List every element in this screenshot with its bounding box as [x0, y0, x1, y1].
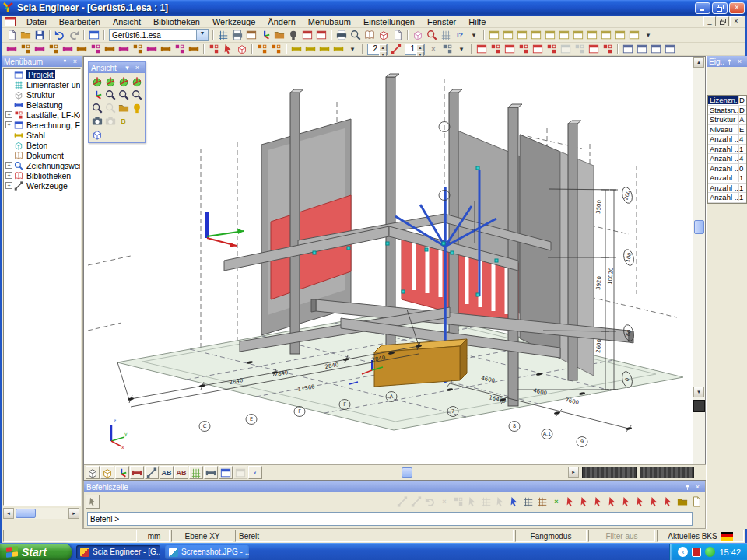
bks-settings[interactable]: B: [117, 114, 130, 128]
scale-beam[interactable]: [61, 43, 75, 55]
node-marker[interactable]: [476, 293, 479, 296]
snap-list[interactable]: [689, 495, 703, 508]
view-flag-1[interactable]: [487, 29, 501, 41]
palette-dropdown-icon[interactable]: ▾: [122, 64, 132, 72]
menu-fenster[interactable]: Fenster: [421, 16, 462, 27]
scrollbar-thumb[interactable]: [694, 220, 704, 234]
expand-icon[interactable]: +: [5, 182, 12, 189]
center-beam[interactable]: [173, 43, 187, 55]
view-flags-arrow[interactable]: ▾: [641, 29, 655, 41]
snap-extend[interactable]: [493, 495, 507, 508]
property-row[interactable]: Staatsn...D: [708, 106, 746, 116]
point-grid[interactable]: [439, 29, 453, 41]
trim-beam[interactable]: [117, 43, 131, 55]
restore-button[interactable]: [712, 2, 728, 14]
save-project[interactable]: [33, 29, 47, 41]
mdi-restore-button[interactable]: [717, 16, 729, 26]
minimize-button[interactable]: [695, 2, 710, 14]
copy-beam[interactable]: [19, 43, 33, 55]
tray-chevron-icon[interactable]: ‹: [678, 547, 688, 557]
scale-spinner[interactable]: 2 ▲▼: [367, 44, 388, 55]
property-row[interactable]: Anzahl ...1: [708, 193, 746, 203]
support-rotation[interactable]: [517, 43, 531, 55]
show-loads[interactable]: [130, 466, 144, 479]
select-cursor-5[interactable]: [619, 495, 633, 508]
zoom-influence[interactable]: [425, 29, 439, 41]
cursor-snap-settings[interactable]: [507, 495, 521, 508]
expand-icon[interactable]: +: [5, 111, 12, 118]
snap-perp[interactable]: [479, 495, 493, 508]
window-new[interactable]: [621, 43, 635, 55]
support-hinged[interactable]: [489, 43, 503, 55]
scroll-up-button[interactable]: ▴: [693, 57, 704, 68]
view-x[interactable]: [90, 75, 103, 88]
scroll-next-button[interactable]: ▸: [568, 467, 579, 478]
reverse-beam[interactable]: [47, 43, 61, 55]
activity-manager[interactable]: [244, 29, 258, 41]
view-palette-header[interactable]: Ansicht ▾ ×: [89, 62, 145, 73]
hinge-tool[interactable]: [235, 43, 249, 55]
node-marker[interactable]: [313, 251, 316, 254]
member-tools-arrow[interactable]: ▾: [345, 43, 359, 55]
weld-b[interactable]: [303, 43, 317, 55]
redo[interactable]: [67, 29, 81, 41]
node-marker[interactable]: [495, 259, 498, 262]
pin-icon[interactable]: [682, 483, 693, 492]
pin-icon[interactable]: [724, 58, 735, 66]
document-gallery[interactable]: [314, 29, 328, 41]
undo[interactable]: [53, 29, 67, 41]
render-window-2[interactable]: [233, 466, 247, 479]
plate-rib[interactable]: [331, 43, 345, 55]
select-cursor-4[interactable]: [605, 495, 619, 508]
select-connect[interactable]: [221, 43, 235, 55]
section-view[interactable]: [204, 466, 218, 479]
combobox-dropdown-arrow[interactable]: ▾: [196, 30, 208, 40]
tree-item-stahl[interactable]: Stahl: [4, 130, 80, 140]
property-row[interactable]: Lizenzn...D: [708, 96, 746, 106]
property-row[interactable]: Anzahl ...1: [708, 173, 746, 184]
extend-beam[interactable]: [131, 43, 145, 55]
view-flag-4[interactable]: [529, 29, 543, 41]
light-settings[interactable]: [130, 101, 143, 114]
menu-ndern[interactable]: Ändern: [261, 16, 301, 27]
window-cascade[interactable]: [635, 43, 649, 55]
close-panel-icon[interactable]: ×: [693, 483, 703, 492]
taskbar-task-1[interactable]: Scia Engineer - [G...: [76, 545, 160, 559]
render-window[interactable]: [219, 466, 233, 479]
show-mesh[interactable]: [189, 466, 203, 479]
section-cut[interactable]: [440, 43, 454, 55]
view-flag-6[interactable]: [557, 29, 571, 41]
select-cursor-6[interactable]: [633, 495, 647, 508]
close-button[interactable]: ×: [729, 2, 745, 14]
render-sphere[interactable]: [286, 29, 300, 41]
command-input[interactable]: Befehl >: [87, 512, 693, 526]
new-page[interactable]: [391, 29, 405, 41]
expand-icon[interactable]: +: [5, 172, 12, 179]
cut-beam[interactable]: [103, 43, 117, 55]
project-manager[interactable]: [87, 29, 101, 41]
tree-item-bibliotheken[interactable]: +Bibliotheken: [4, 170, 80, 180]
window-close[interactable]: [663, 43, 677, 55]
view-parameters-2[interactable]: [103, 114, 117, 128]
link-nodes[interactable]: [255, 43, 269, 55]
snap-arc[interactable]: [423, 495, 437, 508]
open-project[interactable]: [19, 29, 33, 41]
status-ucs[interactable]: Aktuelles BKS: [657, 530, 744, 542]
property-row[interactable]: Anzahl ...4: [708, 135, 746, 145]
scroll-right-button[interactable]: ▸: [68, 508, 79, 519]
snap-intersection[interactable]: ×: [549, 495, 563, 508]
spinner-arrows[interactable]: ▲▼: [416, 44, 424, 54]
align-beams[interactable]: [159, 43, 173, 55]
snap-line[interactable]: [395, 495, 409, 508]
tray-red-icon[interactable]: [692, 548, 701, 557]
close-panel-icon[interactable]: ×: [735, 58, 745, 66]
xy-diagram[interactable]: [258, 29, 272, 41]
scrollbar-thumb[interactable]: [16, 509, 36, 518]
view-flag-2[interactable]: [501, 29, 515, 41]
zoom-selection[interactable]: [103, 101, 117, 114]
node-marker[interactable]: [476, 166, 479, 170]
line-grid-snap[interactable]: [535, 495, 549, 508]
menu-bearbeiten[interactable]: Bearbeiten: [53, 16, 107, 27]
support-wall[interactable]: [531, 43, 545, 55]
units-setup[interactable]: [216, 29, 230, 41]
